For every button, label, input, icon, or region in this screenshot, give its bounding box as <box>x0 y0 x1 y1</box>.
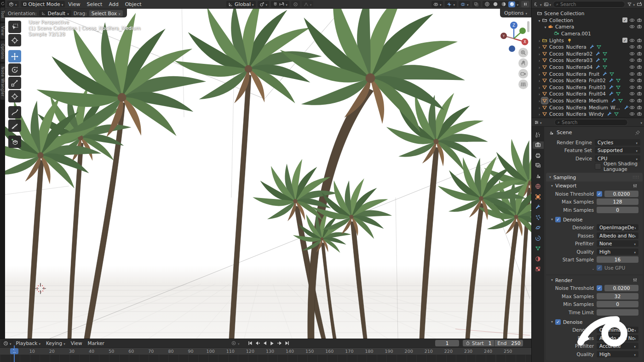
drag-dropdown[interactable]: Select Box <box>89 10 123 17</box>
hide-eye-toggle[interactable] <box>629 51 635 57</box>
hide-eye-toggle[interactable] <box>629 105 635 110</box>
shading-dropdown[interactable] <box>517 1 518 7</box>
timeline-tick[interactable]: 130 <box>265 349 275 354</box>
hide-eye-toggle[interactable] <box>629 98 635 103</box>
hide-eye-toggle[interactable] <box>629 44 635 50</box>
selectability-checkbox[interactable] <box>622 17 627 23</box>
tab-view-layer[interactable] <box>533 162 544 170</box>
tool-annotate[interactable] <box>8 106 21 119</box>
timeline-tick[interactable]: 20 <box>47 349 57 354</box>
expand-toggle[interactable] <box>537 64 542 70</box>
quality-dropdown[interactable]: High <box>597 351 638 357</box>
timeline-tick[interactable]: 220 <box>443 349 454 354</box>
jump-to-end-button[interactable] <box>283 340 290 346</box>
expand-toggle[interactable] <box>537 17 542 23</box>
timeline-tick[interactable]: 170 <box>344 349 354 354</box>
expand-toggle[interactable] <box>537 51 542 57</box>
viewport-scrollbar[interactable] <box>527 21 529 32</box>
next-keyframe-button[interactable] <box>276 340 283 346</box>
transform-orientation-dropdown[interactable]: Global <box>226 1 256 7</box>
timeline-tick[interactable]: 120 <box>245 349 255 354</box>
expand-toggle[interactable] <box>537 91 542 96</box>
tool-move[interactable] <box>8 50 21 62</box>
camera-view-button[interactable] <box>518 69 528 79</box>
timeline-tick[interactable]: 200 <box>404 349 414 354</box>
denoise-checkbox[interactable] <box>555 217 561 222</box>
expand-toggle[interactable] <box>537 85 542 90</box>
hide-eye-toggle[interactable] <box>629 71 635 77</box>
viewport-sampling-header[interactable]: Viewport <box>546 181 643 190</box>
viewport-canvas[interactable]: User Perspective (1) Scene Collection | … <box>5 8 531 339</box>
outliner-search-input[interactable] <box>560 2 622 7</box>
editor-corner-icon[interactable] <box>0 1 5 6</box>
menu-select[interactable]: Select <box>86 1 102 7</box>
outliner-display-mode-dropdown[interactable] <box>544 1 552 7</box>
pin-icon[interactable] <box>635 130 640 136</box>
tool-scale[interactable] <box>8 77 21 89</box>
timeline-editor[interactable]: Playback Keying View Marker 1 Start 1 En… <box>0 339 531 362</box>
sampling-panel-header[interactable]: Sampling:::: <box>546 173 643 181</box>
noise-threshold-value[interactable]: 0.0200 <box>604 191 638 197</box>
render-visibility-toggle[interactable] <box>637 111 642 117</box>
render-sampling-header[interactable]: Render <box>546 275 643 284</box>
render-visibility-toggle[interactable] <box>637 51 642 57</box>
shading-material-button[interactable] <box>500 1 507 7</box>
object-visibility-dropdown[interactable] <box>431 1 443 7</box>
render-visibility-toggle[interactable] <box>637 57 642 63</box>
render-visibility-toggle[interactable] <box>637 64 642 70</box>
expand-toggle[interactable] <box>537 71 542 77</box>
timeline-tick[interactable]: 100 <box>206 349 216 354</box>
overlays-toggle[interactable] <box>459 1 471 7</box>
timeline-tick[interactable]: 160 <box>324 349 334 354</box>
gizmos-toggle[interactable] <box>445 1 457 7</box>
timeline-ruler[interactable]: 1102030405060708090100110120130140150160… <box>0 347 531 355</box>
passes-dropdown[interactable]: Albedo and Normal <box>597 232 638 239</box>
orientation-dropdown[interactable]: Default <box>39 10 71 17</box>
timeline-tick[interactable]: 40 <box>86 349 97 354</box>
timeline-tick[interactable]: 110 <box>225 349 236 354</box>
xray-toggle[interactable] <box>472 1 481 7</box>
tool-add-cube[interactable] <box>8 136 21 148</box>
outliner-row-mesh[interactable]: Cocos_Nucifera_Medium_Windy <box>532 104 644 111</box>
render-visibility-toggle[interactable] <box>637 71 642 77</box>
feature-set-dropdown[interactable]: Supported <box>595 147 640 153</box>
tab-texture[interactable] <box>533 266 544 273</box>
presets-icon[interactable] <box>632 277 638 283</box>
render-visibility-toggle[interactable] <box>637 105 642 110</box>
jump-to-start-button[interactable] <box>247 340 253 346</box>
menu-view[interactable]: View <box>68 1 80 7</box>
time-limit-value[interactable] <box>597 309 638 316</box>
outliner-row-mesh[interactable]: Cocos_Nucifera_Fruit <box>532 70 644 77</box>
shading-wireframe-button[interactable] <box>483 1 490 7</box>
timeline-tick[interactable]: 190 <box>384 349 394 354</box>
tab-object[interactable] <box>533 193 544 200</box>
outliner-row-lights[interactable]: Lights <box>532 37 644 44</box>
outliner-row-mesh[interactable]: Cocos_Nucifera04 <box>532 64 644 71</box>
timeline-menu-marker[interactable]: Marker <box>88 340 104 346</box>
hide-eye-toggle[interactable] <box>629 85 635 90</box>
outliner-row-camera[interactable]: Camera <box>532 23 644 30</box>
properties-search[interactable]: ⌕ <box>554 119 628 126</box>
tool-cursor[interactable] <box>8 34 21 46</box>
proportional-editing-toggle[interactable] <box>291 1 300 7</box>
hide-eye-toggle[interactable] <box>629 91 635 96</box>
noise-threshold-value[interactable]: 0.0200 <box>604 285 638 291</box>
outliner-row-mesh[interactable]: Cocos_Nucifera_Fruit03 <box>532 84 644 91</box>
start-sample-value[interactable]: 16 <box>597 256 638 263</box>
timeline-tick[interactable]: 240 <box>483 349 493 354</box>
timeline-tick[interactable]: 180 <box>364 349 374 354</box>
tool-measure[interactable] <box>8 119 21 132</box>
editor-type-button[interactable] <box>7 1 19 7</box>
timeline-tick[interactable]: 60 <box>126 349 136 354</box>
denoise-checkbox[interactable] <box>555 319 561 325</box>
max-samples-value[interactable]: 32 <box>597 293 638 300</box>
timeline-tracks[interactable] <box>0 355 531 362</box>
hide-eye-toggle[interactable] <box>629 24 635 29</box>
expand-toggle[interactable] <box>543 24 548 29</box>
osl-checkbox[interactable] <box>595 163 601 170</box>
properties-editor-type-button[interactable] <box>534 119 542 125</box>
timeline-tick[interactable]: 90 <box>186 349 196 354</box>
outliner-row-scene-collection[interactable]: Scene Collection <box>532 10 644 17</box>
timeline-tick[interactable]: 250 <box>503 349 513 354</box>
prev-keyframe-button[interactable] <box>254 340 261 346</box>
